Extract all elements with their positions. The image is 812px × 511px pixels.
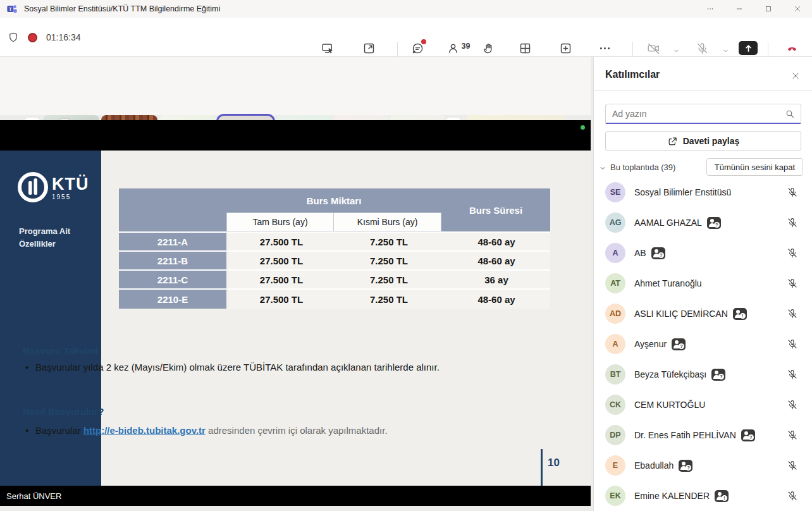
participant-row[interactable]: A AB? [594, 238, 812, 268]
participant-row[interactable]: EK Emine KALENDER! [594, 481, 812, 511]
cell-full-burs: 27.500 TL [228, 290, 335, 309]
avatar: AT [605, 273, 625, 293]
window-more-button[interactable] [696, 0, 725, 18]
participant-row[interactable]: AT Ahmet Turanoğlu [594, 268, 812, 299]
ktu-logo: KTÜ 1955 [16, 171, 89, 204]
title-bar: T Sosyal Bilimler Enstitüsü/KTÜ TTM Bilg… [0, 0, 812, 18]
meeting-title: Sosyal Bilimler Enstitüsü/KTÜ TTM Bilgil… [24, 4, 220, 13]
guest-badge-icon: ? [651, 247, 665, 259]
panel-close-button[interactable] [789, 70, 802, 82]
cell-duration: 48-60 ay [443, 252, 550, 269]
window-maximize-button[interactable] [754, 0, 783, 18]
chevron-down-icon[interactable] [599, 163, 606, 175]
cell-full-burs: 27.500 TL [228, 233, 335, 250]
cell-duration: 48-60 ay [443, 233, 550, 250]
tubitak-link: http://e-bideb.tubitak.gov.tr [83, 425, 206, 436]
camera-off-icon [647, 40, 660, 56]
guest-badge-icon: ? [741, 429, 755, 441]
meeting-timer: 01:16:34 [46, 32, 81, 42]
mic-off-icon[interactable] [787, 217, 798, 228]
microphone-options-chevron[interactable] [722, 46, 729, 57]
participant-row[interactable]: AD ASLI KILIÇ DEMİRCAN! [594, 299, 812, 329]
mic-off-icon[interactable] [787, 278, 798, 289]
avatar: E [605, 455, 625, 476]
mic-off-icon[interactable] [787, 490, 798, 502]
in-meeting-count-label[interactable]: Bu toplantıda (39) [610, 163, 675, 172]
view-grid-icon [519, 40, 532, 56]
guest-badge-icon: ? [672, 338, 686, 350]
table-row-values: 27.500 TL 7.250 TL 48-60 ay [228, 231, 550, 250]
participant-row[interactable]: BT Beyza Tüfekçibaşı? [594, 359, 812, 390]
mic-off-icon[interactable] [787, 369, 798, 380]
table-group-header: Burs Miktarı [226, 188, 441, 212]
ktu-logo-year: 1955 [52, 194, 89, 200]
mic-off-icon[interactable] [787, 187, 798, 198]
share-screen-icon [739, 40, 758, 56]
window-close-button[interactable] [783, 0, 812, 18]
mic-off-icon[interactable] [787, 247, 798, 259]
guest-badge-icon: ? [679, 460, 692, 472]
avatar: A [605, 243, 625, 263]
mute-all-button[interactable]: Tümünün sesini kapat [706, 158, 803, 176]
avatar: SE [605, 182, 625, 202]
cell-partial-burs: 7.250 TL [335, 290, 443, 309]
shared-slide: KTÜ 1955 Programa Ait Özellikler Burs Mi… [0, 151, 591, 486]
participant-row[interactable]: DP Dr. Enes Fatih PEHLİVAN? [594, 420, 812, 450]
video-filmstrip: ! EK ! HC [0, 57, 591, 115]
window-minimize-button[interactable] [725, 0, 754, 18]
panel-divider [594, 90, 812, 91]
table-row-values: 27.500 TL 7.250 TL 48-60 ay [228, 250, 550, 269]
in-meeting-section: Bu toplantıda (39) Tümünün sesini kapat [594, 158, 812, 177]
slide-heading-basvuru-takvimi: Başvuru Takvimi [23, 345, 98, 356]
participants-panel: Katılımcılar Daveti paylaş Bu toplantıda… [593, 57, 812, 511]
slide-bullet-1: • Başvurular yılda 2 kez (Mayıs/Ekim) ol… [25, 360, 450, 374]
avatar: CK [605, 395, 625, 415]
ellipsis-icon [598, 40, 612, 56]
mic-off-icon[interactable] [787, 338, 798, 350]
avatar: DP [605, 425, 625, 445]
cell-partial-burs: 7.250 TL [335, 233, 443, 250]
table-row-program: 2211-C [119, 269, 226, 288]
mic-off-icon[interactable] [787, 399, 798, 410]
participant-list: SE Sosyal Bilimler Enstitüsü AG AAMAL GH… [594, 177, 812, 511]
hang-up-icon [785, 40, 799, 56]
participant-name: Ahmet Turanoğlu [634, 278, 702, 288]
participant-search-input[interactable] [606, 109, 785, 119]
table-row-program: 2211-B [119, 250, 226, 269]
participant-row[interactable]: AG AAMAL GHAZAL? [594, 207, 812, 238]
mic-off-icon[interactable] [787, 308, 798, 319]
cell-full-burs: 27.500 TL [228, 252, 335, 269]
share-invite-icon [667, 136, 678, 147]
participant-count: 39 [462, 42, 471, 51]
mic-off-icon[interactable] [787, 429, 798, 441]
guest-badge-icon: ! [733, 308, 747, 320]
participant-row[interactable]: SE Sosyal Bilimler Enstitüsü [594, 177, 812, 207]
participant-row[interactable]: E Ebadullah? [594, 450, 812, 481]
bullet-text-suffix: adresinden çevrim içi olarak yapılmaktad… [206, 425, 388, 436]
teams-meeting-window: T Sosyal Bilimler Enstitüsü/KTÜ TTM Bilg… [0, 0, 812, 511]
screen-share-start-icon [321, 40, 335, 56]
slide-bullet-2: • Başvurular http://e-bideb.tubitak.gov.… [25, 424, 450, 437]
table-subheader-full: Tam Burs (ay) [226, 212, 334, 231]
shared-screen-letterbox-top [0, 120, 591, 151]
mic-off-icon[interactable] [787, 460, 798, 471]
participant-name: AB [634, 248, 646, 258]
table-subheader-partial: Kısmi Burs (ay) [333, 212, 441, 231]
table-row-program: 2210-E [119, 288, 226, 309]
participant-name: Dr. Enes Fatih PEHLİVAN [634, 430, 736, 440]
svg-text:T: T [9, 6, 12, 12]
share-invite-button[interactable]: Daveti paylaş [605, 131, 801, 151]
camera-options-chevron[interactable] [673, 46, 680, 57]
slide-section-title: Programa Ait Özellikler [19, 225, 92, 250]
participant-row[interactable]: A Ayşenur? [594, 329, 812, 359]
chat-icon [411, 40, 424, 56]
table-row-values: 27.500 TL 7.250 TL 36 ay [228, 269, 550, 288]
participant-name: Emine KALENDER [634, 491, 710, 501]
participant-search[interactable] [605, 104, 801, 124]
participant-name: Ebadullah [634, 460, 674, 471]
avatar: BT [605, 364, 625, 385]
table-duration-header: Burs Süresi [441, 188, 550, 231]
table-row-values: 27.500 TL 7.250 TL 48-60 ay [228, 288, 550, 309]
shared-screen-letterbox-bottom: Serhat ÜNVER [0, 486, 591, 506]
participant-row[interactable]: CK CEM KURTOĞLU [594, 390, 812, 420]
